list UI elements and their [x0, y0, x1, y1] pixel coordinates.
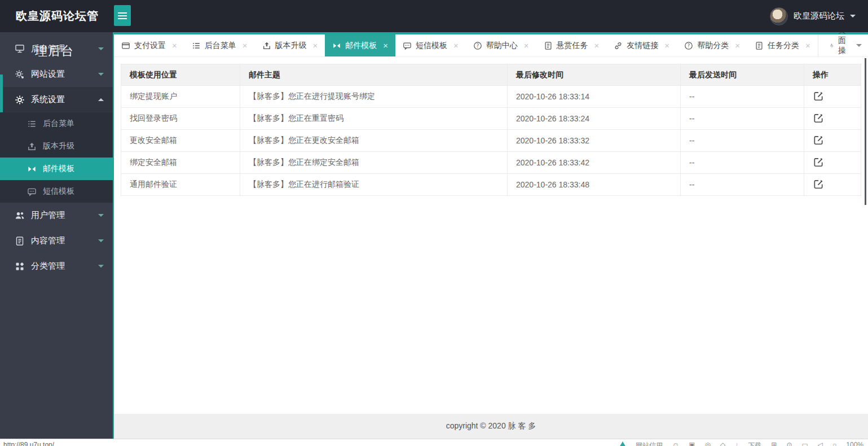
- table-row: 更改安全邮箱 【脉客多】您正在更改安全邮箱 2020-10-26 18:33:3…: [121, 130, 861, 152]
- scrollbar[interactable]: [865, 58, 866, 205]
- sidebar-item-user-management[interactable]: 用户管理: [0, 203, 113, 228]
- monitor-icon: [15, 43, 25, 54]
- users-icon: [15, 211, 25, 221]
- sidebar-item-version-upgrade[interactable]: 版本升级: [0, 135, 113, 158]
- edit-icon[interactable]: [813, 134, 824, 146]
- edit-icon[interactable]: [813, 90, 824, 102]
- user-avatar[interactable]: [770, 7, 788, 25]
- close-icon[interactable]: ×: [453, 41, 459, 50]
- tab-friend-links[interactable]: 友情链接 ×: [606, 34, 677, 56]
- diamond-icon[interactable]: ◇: [720, 441, 725, 446]
- upload-icon: [262, 41, 271, 50]
- browser-status-bar: http://89.u7u.top/ 网站信用 ☺ ▣ ◎ ◇ ↓ 下载 ⊞ ⊙…: [0, 439, 868, 446]
- svg-text:?: ?: [688, 43, 690, 49]
- svg-text:?: ?: [477, 43, 479, 49]
- content-panel: 模板使用位置 邮件主题 最后修改时间 最后发送时间 操作 绑定提现账户 【脉客多…: [114, 57, 868, 414]
- site-credit-icon[interactable]: [619, 441, 626, 446]
- sidebar-item-backstage[interactable]: 后台管理 理后台: [0, 36, 113, 62]
- close-icon[interactable]: ×: [383, 41, 388, 50]
- help-circle-icon: ?: [473, 41, 482, 50]
- edit-icon[interactable]: [813, 112, 824, 124]
- chat-bubble-icon: [27, 187, 37, 196]
- table-header-row: 模板使用位置 邮件主题 最后修改时间 最后发送时间 操作: [121, 64, 861, 86]
- hand-pointer-icon: [830, 41, 834, 50]
- target-icon[interactable]: ◎: [705, 441, 711, 446]
- document-icon: [15, 236, 25, 246]
- grid-icon[interactable]: ⊞: [771, 441, 777, 446]
- tab-admin-menu[interactable]: 后台菜单 ×: [184, 34, 255, 56]
- sidebar-item-admin-menu[interactable]: 后台菜单: [0, 112, 113, 135]
- sidebar-item-label: 内容管理: [31, 235, 65, 246]
- close-icon[interactable]: ×: [172, 41, 177, 50]
- sidebar-toggle-button[interactable]: [114, 5, 131, 26]
- tab-help-center[interactable]: ? 帮助中心 ×: [466, 34, 536, 56]
- chevron-down-icon: [98, 214, 104, 220]
- tab-sms-template[interactable]: 短信模板 ×: [395, 34, 466, 56]
- category-grid-icon: [15, 261, 25, 272]
- tab-label: 支付设置: [134, 41, 166, 51]
- close-icon[interactable]: ×: [313, 41, 318, 50]
- sidebar: 后台管理 理后台 网站设置 系统设置 后台菜单 版本升级 邮件模板: [0, 32, 114, 439]
- panel-icon[interactable]: ▣: [689, 441, 695, 446]
- close-icon[interactable]: ×: [664, 41, 669, 50]
- table-row: 通用邮件验证 【脉客多】您正在进行邮箱验证 2020-10-26 18:33:4…: [121, 174, 861, 196]
- cell-subject: 【脉客多】您正在绑定安全邮箱: [240, 152, 508, 174]
- top-header: 欧皇源码论坛管 欧皇源码论坛: [0, 0, 868, 32]
- tab-payment-settings[interactable]: 支付设置 ×: [114, 34, 184, 56]
- tab-bounty-tasks[interactable]: 悬赏任务 ×: [536, 34, 607, 56]
- mail-icon: [332, 41, 341, 50]
- sidebar-item-label: 短信模板: [43, 186, 74, 196]
- close-icon[interactable]: ×: [735, 41, 740, 50]
- cell-modified: 2020-10-26 18:33:48: [508, 174, 681, 196]
- tab-task-category[interactable]: 任务分类 ×: [747, 34, 818, 56]
- sidebar-item-system-settings[interactable]: 系统设置: [0, 87, 113, 112]
- cell-position: 找回登录密码: [121, 108, 240, 130]
- cell-position: 通用邮件验证: [121, 174, 240, 196]
- copyright-text: copyright © 2020 脉 客 多: [446, 421, 536, 431]
- page-operations-dropdown[interactable]: 页面操作: [818, 34, 868, 56]
- cell-subject: 【脉客多】您正在更改安全邮箱: [240, 130, 508, 152]
- tab-help-category[interactable]: ? 帮助分类 ×: [677, 34, 747, 56]
- tab-label: 友情链接: [627, 41, 658, 51]
- hamburger-icon: [118, 12, 127, 14]
- chevron-down-icon: [98, 265, 104, 270]
- user-menu[interactable]: 欧皇源码论坛: [770, 7, 868, 25]
- tab-bar: 支付设置 × 后台菜单 × 版本升级 × 邮件模板 × 短信模板 × ? 帮助中…: [114, 32, 868, 57]
- sidebar-item-category-management[interactable]: 分类管理: [0, 253, 113, 279]
- smiley-icon[interactable]: ☺: [672, 441, 679, 446]
- download-icon[interactable]: ↓: [735, 441, 738, 446]
- sidebar-item-label: 后台管理: [31, 43, 65, 54]
- tab-label: 短信模板: [416, 41, 447, 51]
- close-icon[interactable]: ×: [805, 41, 810, 50]
- cell-sent: --: [681, 130, 804, 152]
- window-icon[interactable]: ▭: [801, 441, 808, 446]
- email-template-table: 模板使用位置 邮件主题 最后修改时间 最后发送时间 操作 绑定提现账户 【脉客多…: [121, 64, 861, 196]
- cell-subject: 【脉客多】您正在进行邮箱验证: [240, 174, 508, 196]
- column-header: 操作: [804, 64, 861, 86]
- magnifier-icon[interactable]: ○: [832, 441, 836, 446]
- dot-icon[interactable]: ⊙: [786, 441, 792, 446]
- close-icon[interactable]: ×: [524, 41, 529, 50]
- sidebar-item-content-management[interactable]: 内容管理: [0, 228, 113, 253]
- close-icon[interactable]: ×: [243, 41, 248, 50]
- help-circle-icon: ?: [684, 41, 693, 50]
- cell-subject: 【脉客多】您正在重置密码: [240, 108, 508, 130]
- speaker-icon[interactable]: ◁: [818, 441, 823, 446]
- main-area: 支付设置 × 后台菜单 × 版本升级 × 邮件模板 × 短信模板 × ? 帮助中…: [114, 32, 868, 439]
- zoom-level[interactable]: 100%: [846, 441, 863, 446]
- edit-icon[interactable]: [813, 178, 824, 190]
- sidebar-item-sms-template[interactable]: 短信模板: [0, 180, 113, 203]
- close-icon[interactable]: ×: [594, 41, 600, 50]
- sidebar-item-label: 版本升级: [43, 141, 74, 151]
- chevron-down-icon: [850, 15, 856, 20]
- sidebar-item-website-settings[interactable]: 网站设置: [0, 62, 113, 87]
- sidebar-item-email-template[interactable]: 邮件模板: [0, 158, 113, 180]
- tab-version-upgrade[interactable]: 版本升级 ×: [255, 34, 325, 56]
- sidebar-item-label: 后台菜单: [43, 119, 74, 129]
- download-label[interactable]: 下载: [748, 441, 761, 446]
- edit-icon[interactable]: [813, 156, 824, 168]
- site-credit-label[interactable]: 网站信用: [636, 441, 663, 446]
- column-header: 模板使用位置: [121, 64, 240, 86]
- tab-email-template[interactable]: 邮件模板 ×: [325, 34, 395, 56]
- sidebar-item-label: 网站设置: [31, 69, 65, 80]
